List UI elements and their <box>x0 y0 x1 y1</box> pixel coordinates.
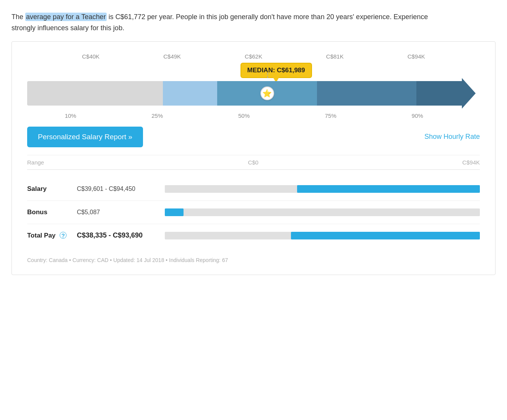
footer-meta: Country: Canada • Currency: CAD • Update… <box>27 254 480 263</box>
pct-val-50: C$62K <box>242 53 265 60</box>
salary-label: Salary <box>27 185 77 193</box>
pct-25: 25% <box>146 112 169 119</box>
pct-50: 50% <box>232 112 255 119</box>
salary-value: C$39,601 - C$94,450 <box>77 186 165 192</box>
median-tooltip: MEDIAN: C$61,989 <box>240 63 312 78</box>
total-pay-value: C$38,335 - C$93,690 <box>77 231 165 239</box>
bonus-bar-container <box>165 208 480 217</box>
percentile-pct-labels: 10% 25% 50% 75% 90% <box>27 112 480 119</box>
bonus-bar-bg <box>165 208 480 216</box>
total-pay-text: Total Pay <box>27 232 55 239</box>
median-value: MEDIAN: C$61,989 <box>247 67 305 74</box>
total-pay-bar-container <box>165 231 480 240</box>
bar-arrow-head <box>462 78 476 109</box>
salary-bar-fill <box>297 185 480 193</box>
star-marker: ⭐ <box>260 86 274 100</box>
total-pay-bar-fill <box>291 232 480 239</box>
pct-val-10: C$40K <box>79 53 102 60</box>
bonus-row: Bonus C$5,087 <box>27 201 480 224</box>
question-mark-icon[interactable]: ? <box>60 232 67 239</box>
salary-bar-container <box>165 184 480 194</box>
cta-row: Personalized Salary Report » Show Hourly… <box>27 127 480 147</box>
median-tooltip-area: MEDIAN: C$61,989 <box>27 63 480 78</box>
section-divider <box>27 169 480 170</box>
pct-val-25: C$49K <box>161 53 184 60</box>
bonus-bar-fill <box>165 208 184 216</box>
salary-row: Salary C$39,601 - C$94,450 <box>27 177 480 201</box>
intro-paragraph: The average pay for a Teacher is C$61,77… <box>11 11 432 34</box>
bonus-label: Bonus <box>27 208 77 216</box>
tooltip-positioner: MEDIAN: C$61,989 <box>240 63 312 78</box>
total-pay-label: Total Pay ? <box>27 232 77 239</box>
percentile-value-labels: C$40K C$49K C$62K C$81K C$94K <box>27 53 480 60</box>
teacher-highlight: average pay for a Teacher <box>25 13 107 21</box>
total-pay-bar-bg <box>165 232 480 239</box>
range-max-label: C$94K <box>462 159 480 166</box>
pct-90: 90% <box>406 112 429 119</box>
salary-report-button[interactable]: Personalized Salary Report » <box>27 127 143 147</box>
bar-seg-dark-blue <box>317 81 416 106</box>
salary-bar-bg <box>165 185 480 193</box>
star-circle: ⭐ <box>260 86 274 100</box>
data-section: Salary C$39,601 - C$94,450 Bonus C$5,087… <box>27 174 480 247</box>
pct-75: 75% <box>319 112 342 119</box>
percentile-bar: ⭐ <box>27 78 480 109</box>
total-pay-row: Total Pay ? C$38,335 - C$93,690 <box>27 224 480 247</box>
range-label: Range <box>27 159 44 166</box>
pct-val-75: C$81K <box>323 53 346 60</box>
bar-row <box>27 78 480 109</box>
bar-seg-far-left <box>27 81 163 106</box>
show-hourly-link[interactable]: Show Hourly Rate <box>424 133 480 141</box>
bar-seg-light-blue <box>163 81 217 106</box>
pct-val-90: C$94K <box>405 53 428 60</box>
percentile-chart: C$40K C$49K C$62K C$81K C$94K MEDIAN: C$… <box>27 53 480 119</box>
salary-card: C$40K C$49K C$62K C$81K C$94K MEDIAN: C$… <box>11 41 496 275</box>
range-min-label: C$0 <box>248 159 258 166</box>
intro-prefix: The <box>11 13 25 21</box>
bar-seg-darkest-blue <box>416 81 461 106</box>
pct-10: 10% <box>59 112 82 119</box>
bonus-value: C$5,087 <box>77 209 165 216</box>
range-row: Range C$0 C$94K <box>27 155 480 166</box>
dashed-connector <box>267 73 268 78</box>
